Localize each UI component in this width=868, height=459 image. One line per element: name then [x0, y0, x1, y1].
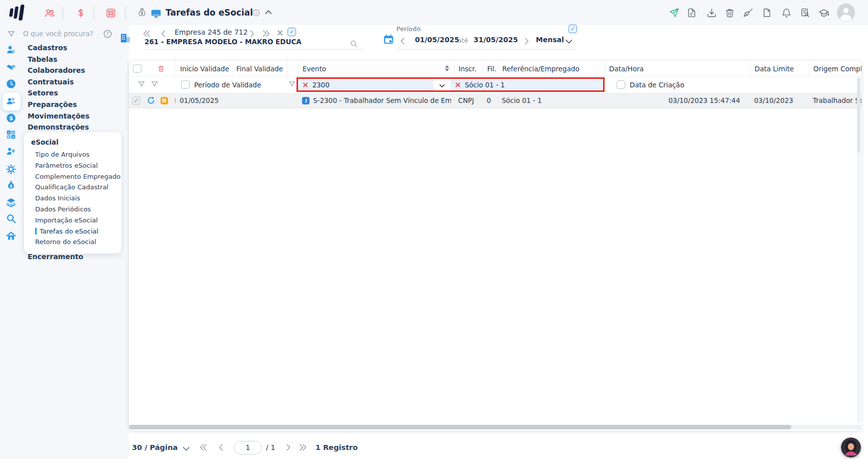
- column-header-inicio-validade[interactable]: Início Validade: [176, 61, 232, 76]
- submenu-item-tarefas-do-esocial[interactable]: Tarefas do eSocial: [24, 226, 121, 237]
- next-company-button[interactable]: [247, 30, 254, 37]
- sidebar-item-tabelas[interactable]: Tabelas: [28, 54, 89, 65]
- vertical-scrollbar-thumb[interactable]: [857, 77, 860, 153]
- table-row[interactable]: ✓ N 01/05/2025 i: [129, 93, 861, 108]
- person-gear-icon[interactable]: [6, 44, 17, 55]
- dollar-circle-icon[interactable]: $: [6, 112, 17, 124]
- filter-funnel-icon[interactable]: [138, 81, 145, 89]
- sidebar-item-cadastros[interactable]: Cadastros: [28, 42, 89, 54]
- assistant-avatar[interactable]: [841, 437, 861, 457]
- page-size-chevron-icon[interactable]: [183, 444, 190, 451]
- filter-funnel-icon[interactable]: [288, 81, 296, 89]
- money-bag-icon[interactable]: $: [6, 180, 17, 191]
- first-company-button[interactable]: [144, 31, 152, 36]
- company-search-icon[interactable]: [350, 40, 358, 49]
- calculator-icon[interactable]: +- ×=: [6, 129, 17, 140]
- column-header-fil[interactable]: Fil.: [483, 61, 498, 76]
- row-select-checkbox[interactable]: ✓: [132, 96, 140, 105]
- document-icon[interactable]: [686, 8, 697, 18]
- sidebar-item-movimentacoes[interactable]: Movimentações: [28, 110, 89, 122]
- sidebar-item-encerramento[interactable]: Encerramento: [28, 251, 83, 263]
- submenu-item-complemento-empregado[interactable]: Complemento Empregado: [24, 171, 121, 182]
- person-up-arrow-icon[interactable]: [6, 146, 17, 157]
- keypad-module-icon[interactable]: [105, 8, 116, 20]
- home-icon[interactable]: [6, 231, 17, 242]
- clock-icon[interactable]: [6, 78, 17, 89]
- submenu-item-dados-periodicos[interactable]: Dados Periódicos: [24, 204, 121, 215]
- page-number-input[interactable]: [234, 441, 262, 454]
- company-filter-checkbox[interactable]: ✓: [287, 28, 296, 36]
- trash-icon[interactable]: [725, 8, 735, 18]
- company-name[interactable]: 261 - EMPRESA MODELO - MAKRO EDUCA: [144, 38, 302, 46]
- clear-evento-filter-icon[interactable]: ×: [302, 81, 309, 89]
- periodo-validade-checkbox[interactable]: ✓: [181, 80, 190, 89]
- page-size-select[interactable]: 30 / Página: [132, 443, 178, 451]
- info-icon[interactable]: [252, 9, 260, 19]
- last-company-button[interactable]: [261, 31, 269, 36]
- submenu-item-dados-iniciais[interactable]: Dados Iniciais: [24, 193, 121, 204]
- first-page-button[interactable]: [201, 445, 209, 450]
- evento-filter-combobox[interactable]: × 2300: [298, 79, 433, 90]
- submenu-item-parametros-esocial[interactable]: Parâmetros eSocial: [24, 160, 121, 171]
- prev-period-button[interactable]: [400, 38, 407, 45]
- submenu-item-retorno-do-esocial[interactable]: Retorno do eSocial: [24, 237, 121, 248]
- column-header-data-limite[interactable]: Data Limite: [750, 61, 809, 76]
- last-page-button[interactable]: [298, 445, 306, 450]
- prev-company-button[interactable]: [161, 30, 168, 37]
- delete-selected-icon[interactable]: [158, 65, 165, 72]
- clear-referencia-filter-icon[interactable]: ×: [455, 81, 461, 89]
- people-module-icon[interactable]: [44, 8, 55, 20]
- layers-icon[interactable]: [6, 197, 17, 208]
- period-start-date[interactable]: 01/05/2025: [415, 36, 459, 44]
- user-avatar[interactable]: [837, 4, 855, 23]
- sidebar-item-preparacoes[interactable]: Preparações: [28, 99, 89, 110]
- send-icon[interactable]: [669, 8, 679, 18]
- period-end-date[interactable]: 31/05/2025: [474, 36, 518, 44]
- submenu-header[interactable]: eSocial: [24, 138, 121, 146]
- column-header-data-hora[interactable]: Data/Hora: [605, 61, 750, 76]
- prev-page-button[interactable]: [219, 444, 226, 451]
- horizontal-scrollbar-thumb[interactable]: [129, 425, 791, 429]
- data-criacao-checkbox[interactable]: ✓: [617, 80, 625, 89]
- search-rail-icon[interactable]: [6, 213, 17, 224]
- next-period-button[interactable]: [522, 38, 529, 45]
- money-bag-module-icon[interactable]: [136, 7, 148, 20]
- sync-icon[interactable]: [147, 96, 155, 104]
- collapse-chevron-icon[interactable]: [265, 10, 272, 17]
- handshake-icon[interactable]: [6, 62, 17, 73]
- column-header-final-validade[interactable]: Final Validade: [232, 61, 287, 76]
- page-icon[interactable]: [762, 8, 772, 18]
- sidebar-item-demonstracoes[interactable]: Demonstrações: [28, 122, 89, 133]
- sidebar-item-contratuais[interactable]: Contratuais: [28, 76, 89, 88]
- column-header-referencia-empregado[interactable]: Referência/Empregado: [498, 61, 605, 76]
- audit-log-icon[interactable]: [800, 8, 810, 18]
- referencia-filter-input[interactable]: × Sócio 01 - 1: [451, 79, 603, 90]
- select-all-checkbox[interactable]: ✓: [133, 64, 141, 73]
- graduation-cap-icon[interactable]: [818, 8, 829, 18]
- bell-icon[interactable]: [781, 8, 792, 18]
- sort-icon[interactable]: [445, 65, 449, 71]
- frequency-chevron-icon[interactable]: [565, 37, 572, 44]
- filter-funnel-icon[interactable]: [151, 81, 158, 89]
- period-filter-checkbox[interactable]: ✓: [568, 25, 577, 33]
- submenu-item-qualificacao-cadastral[interactable]: Qualificação Cadastral: [24, 182, 121, 193]
- column-header-evento[interactable]: Evento: [298, 61, 454, 76]
- column-header-origem-complemento[interactable]: Origem Comple: [809, 61, 861, 76]
- info-badge[interactable]: i: [302, 97, 310, 104]
- dollar-module-icon[interactable]: [75, 8, 86, 20]
- next-page-button[interactable]: [283, 444, 291, 451]
- column-header-inscr[interactable]: Inscr.: [454, 61, 483, 76]
- period-frequency-select[interactable]: Mensal: [536, 36, 564, 44]
- download-icon[interactable]: [706, 8, 717, 18]
- sidebar-item-setores[interactable]: Setores: [28, 87, 89, 99]
- gear-icon[interactable]: [6, 164, 17, 175]
- broom-icon[interactable]: [743, 8, 754, 18]
- clear-company-icon[interactable]: ×: [276, 29, 283, 37]
- submenu-item-importacao-esocial[interactable]: Importação eSocial: [24, 215, 121, 226]
- filter-icon[interactable]: [8, 31, 15, 40]
- submenu-item-tipo-de-arquivos[interactable]: Tipo de Arquivos: [24, 149, 121, 160]
- help-icon[interactable]: ?: [103, 29, 112, 40]
- people-duo-icon[interactable]: [6, 95, 17, 106]
- evento-filter-dropdown-button[interactable]: [433, 79, 451, 90]
- sidebar-item-colaboradores[interactable]: Colaboradores: [28, 65, 89, 76]
